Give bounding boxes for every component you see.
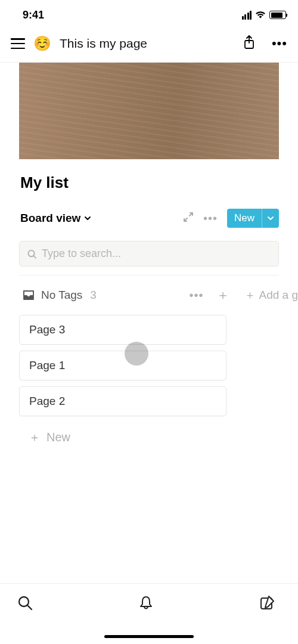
status-bar: 9:41	[0, 0, 298, 29]
share-icon	[242, 35, 256, 50]
view-name: Board view	[20, 212, 80, 225]
search-input[interactable]	[42, 247, 271, 260]
group-header: No Tags 3 ••• ＋ ＋ Add a g	[0, 275, 298, 311]
view-toolbar: Board view ••• New	[0, 196, 298, 235]
wifi-icon	[255, 11, 266, 19]
group-count: 3	[90, 289, 97, 302]
new-button-label: New	[227, 209, 262, 228]
group-name[interactable]: No Tags	[41, 289, 82, 302]
card-title: Page 2	[29, 395, 65, 407]
add-group-button[interactable]: ＋ Add a g	[244, 287, 299, 303]
notifications-tab[interactable]	[138, 595, 154, 614]
new-button-dropdown[interactable]	[262, 209, 279, 228]
share-button[interactable]	[242, 35, 256, 52]
status-time: 9:41	[23, 9, 44, 21]
plus-icon: ＋	[29, 429, 41, 445]
status-indicators	[242, 11, 287, 20]
bell-icon	[138, 595, 154, 611]
page-emoji[interactable]: ☺️	[33, 35, 51, 52]
more-button[interactable]: •••	[272, 36, 287, 51]
touch-indicator	[125, 342, 148, 366]
new-card-label: New	[46, 431, 70, 444]
home-indicator[interactable]	[104, 635, 194, 638]
card-item[interactable]: Page 3	[19, 315, 226, 345]
list-title[interactable]: My list	[0, 159, 298, 196]
battery-icon	[269, 11, 286, 19]
card-column: Page 3 Page 1 Page 2 ＋ New	[0, 311, 298, 453]
menu-button[interactable]	[11, 38, 25, 49]
cellular-icon	[242, 11, 252, 20]
inbox-icon	[23, 290, 35, 301]
chevron-down-icon	[267, 215, 274, 222]
app-header: ☺️ This is my page •••	[0, 29, 298, 63]
search-icon	[17, 595, 33, 611]
svg-line-2	[33, 255, 36, 258]
cover-image[interactable]	[19, 63, 279, 159]
svg-line-4	[27, 605, 32, 609]
card-item[interactable]: Page 1	[19, 351, 226, 380]
group-add-button[interactable]: ＋	[216, 286, 229, 304]
expand-icon	[183, 212, 194, 222]
search-box[interactable]	[19, 241, 279, 267]
card-title: Page 3	[29, 323, 65, 336]
new-button[interactable]: New	[227, 209, 279, 228]
view-selector[interactable]: Board view	[20, 212, 91, 225]
search-icon	[27, 249, 37, 259]
compose-icon	[259, 595, 275, 611]
view-more-button[interactable]: •••	[203, 212, 218, 225]
card-item[interactable]: Page 2	[19, 386, 226, 416]
group-more-button[interactable]: •••	[189, 289, 203, 302]
page-title[interactable]: This is my page	[60, 36, 234, 51]
search-tab[interactable]	[17, 595, 33, 614]
expand-button[interactable]	[183, 212, 194, 225]
add-group-label: Add a g	[259, 289, 299, 302]
compose-tab[interactable]	[259, 595, 275, 614]
chevron-down-icon	[84, 215, 91, 222]
plus-icon: ＋	[244, 287, 256, 303]
card-title: Page 1	[29, 359, 65, 371]
new-card-button[interactable]: ＋ New	[19, 422, 298, 453]
bottom-bar	[0, 583, 298, 644]
